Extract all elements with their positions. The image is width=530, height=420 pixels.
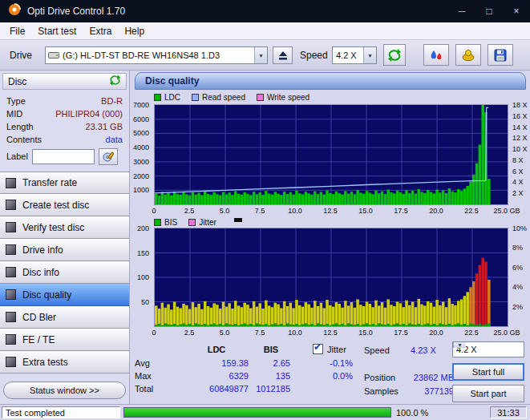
speed-select[interactable]: 4.2 X ▼: [452, 341, 524, 357]
chart2-y-left-labels: 20015010050: [130, 228, 151, 325]
maximize-button[interactable]: □: [475, 0, 503, 22]
menu-file[interactable]: File: [3, 23, 31, 39]
graph-colors-button[interactable]: [423, 44, 449, 66]
label-edit-button[interactable]: [99, 148, 118, 165]
speed-stat-value: 4.23 X: [411, 345, 436, 355]
legend-marker: [234, 218, 242, 222]
app-icon: [8, 3, 21, 19]
eject-button[interactable]: [273, 46, 293, 64]
disc-quality-icon: [6, 289, 16, 300]
panel-header: Disc quality: [135, 72, 526, 90]
disc-info-value-length: 23.31 GB: [86, 122, 123, 131]
write-speed-swatch-icon: [257, 94, 264, 101]
chart1-legend: LDCRead speedWrite speed: [154, 92, 310, 103]
legend-jitter: Jitter: [188, 218, 216, 227]
disc-info-contents: Contentsdata: [0, 133, 129, 146]
chevron-down-icon[interactable]: ▼: [453, 342, 466, 348]
stats-jitter-avg: -0.1%: [308, 358, 353, 368]
fe-te-icon: [6, 334, 16, 345]
chart2-y-right-labels: 10%8%6%4%2%: [511, 228, 530, 325]
bis-column-header: BIS: [252, 345, 290, 354]
minimize-button[interactable]: ─: [448, 0, 475, 22]
ldc-chart: [154, 104, 508, 205]
save-button[interactable]: [488, 44, 513, 66]
title-bar[interactable]: Opti Drive Control 1.70 ─ □ ×: [0, 0, 530, 22]
speed-select-toolbar[interactable]: 4.2 X ▼: [332, 46, 377, 64]
stats-row-max: Max: [135, 371, 152, 381]
drive-select-value: (G:) HL-DT-ST BD-RE WH16NS48 1.D3: [59, 50, 254, 60]
disc-info-value-mid: PHILIPR04 (000): [55, 109, 123, 119]
chevron-down-icon[interactable]: ▼: [363, 47, 376, 63]
disc-info-value-type: BD-R: [101, 96, 123, 106]
chart1-y-right-labels: 18 X16 X14 X12 X10 X8 X6 X4 X2 X: [511, 104, 530, 204]
sidebar-item-disc-quality[interactable]: Disc quality: [0, 284, 129, 306]
coins-icon: [461, 49, 475, 62]
refresh-icon: [387, 49, 402, 62]
chevron-down-icon[interactable]: ▼: [254, 47, 267, 63]
window-title: Opti Drive Control 1.70: [27, 6, 125, 17]
menu-extra[interactable]: Extra: [83, 23, 118, 39]
extra-tests-icon: [6, 357, 16, 367]
label-input[interactable]: [32, 149, 95, 164]
jitter-label: Jitter: [327, 345, 346, 354]
legend-bis: BIS: [154, 218, 177, 227]
sidebar-item-disc-info[interactable]: Disc info: [0, 261, 129, 284]
label-caption: Label: [6, 151, 28, 161]
stats-bis-total: 1012185: [252, 384, 290, 394]
chart2-x-labels: 02.55.07.510.012.515.017.520.022.525.0 G…: [154, 329, 512, 337]
status-text: Test completed: [2, 406, 120, 418]
chart1-y-left-labels: 7000600050004000300020001000: [130, 104, 151, 204]
stats-ldc-max: 6329: [184, 371, 249, 381]
panel-title: Disc quality: [145, 75, 199, 87]
verify-test-disc-icon: [6, 222, 16, 232]
start-full-button[interactable]: Start full: [452, 363, 524, 381]
sidebar-item-fe-te[interactable]: FE / TE: [0, 329, 129, 351]
stats-ldc-avg: 159.38: [184, 358, 249, 368]
refresh-button[interactable]: [383, 44, 406, 66]
close-button[interactable]: ×: [503, 0, 530, 22]
disc-header-label: Disc: [8, 76, 26, 87]
menu-help[interactable]: Help: [118, 23, 151, 39]
samples-value: 377139: [391, 386, 454, 396]
refresh-disc-icon[interactable]: [109, 75, 121, 88]
label-row: Label: [0, 147, 129, 167]
disc-info-length: Length23.31 GB: [0, 120, 129, 133]
legend-ldc: LDC: [154, 93, 180, 102]
start-part-button[interactable]: Start part: [452, 385, 524, 402]
drive-info-icon: [6, 244, 16, 255]
cd-bler-icon: [6, 312, 16, 322]
main-panel: Disc quality LDCRead speedWrite speed 70…: [130, 71, 530, 404]
bis-swatch-icon: [154, 219, 161, 226]
drive-label: Drive: [10, 50, 32, 61]
sidebar-item-extra-tests[interactable]: Extra tests: [0, 351, 129, 374]
sidebar-item-drive-info[interactable]: Drive info: [0, 239, 129, 261]
status-window-button[interactable]: Status window >>: [3, 382, 126, 399]
bis-jitter-chart: [154, 228, 508, 327]
disc-section-header: Disc: [2, 73, 127, 90]
sidebar: Disc TypeBD-RMIDPHILIPR04 (000)Length23.…: [0, 71, 130, 404]
sidebar-item-transfer-rate[interactable]: Transfer rate: [0, 172, 129, 194]
create-test-disc-icon: [6, 200, 16, 210]
disc-info-value-contents[interactable]: data: [106, 135, 123, 144]
disc-info-type: TypeBD-R: [0, 95, 129, 107]
chart1-x-labels: 02.55.07.510.012.515.017.520.022.525.0 G…: [154, 207, 512, 216]
legend-write-speed: Write speed: [257, 93, 310, 102]
position-value: 23862 MB: [391, 373, 454, 382]
stats-jitter-max: 0.0%: [308, 371, 353, 381]
drive-icon: [46, 50, 59, 60]
sidebar-item-create-test-disc[interactable]: Create test disc: [0, 194, 129, 216]
donate-button[interactable]: [455, 44, 481, 66]
drive-select[interactable]: (G:) HL-DT-ST BD-RE WH16NS48 1.D3 ▼: [45, 46, 268, 64]
sidebar-item-verify-test-disc[interactable]: Verify test disc: [0, 216, 129, 239]
stats-bis-avg: 2.65: [252, 358, 290, 368]
app-window: Opti Drive Control 1.70 ─ □ × FileStart …: [0, 0, 530, 420]
progress-bar: [123, 407, 391, 418]
save-icon: [494, 49, 507, 62]
status-bar: Test completed 100.0 % 31:33: [0, 404, 530, 420]
jitter-checkbox[interactable]: ✔: [313, 344, 323, 354]
read-speed-swatch-icon: [192, 94, 199, 101]
menu-start-test[interactable]: Start test: [31, 23, 83, 39]
disc-info: TypeBD-RMIDPHILIPR04 (000)Length23.31 GB…: [0, 95, 129, 146]
sidebar-item-cd-bler[interactable]: CD Bler: [0, 306, 129, 329]
stats-panel: LDC BIS ✔ Jitter Speed 4.23 X 4.2 X ▼ Po…: [130, 338, 530, 404]
